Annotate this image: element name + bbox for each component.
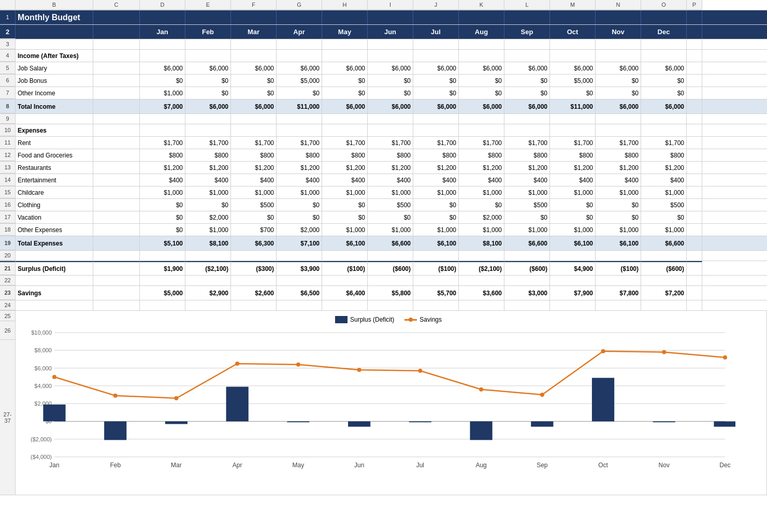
row3-f <box>231 39 277 49</box>
month-may: May <box>322 25 368 39</box>
month-jul: Jul <box>413 25 459 39</box>
row-num-12: 12 <box>0 149 16 161</box>
job-salary-oct: $6,000 <box>550 62 596 74</box>
total-income-label: Total Income <box>16 99 93 113</box>
row1-c <box>93 10 140 24</box>
svg-point-48 <box>479 387 483 392</box>
row-num-4: 4 <box>0 50 16 62</box>
row1-f <box>231 10 277 24</box>
row1-n <box>596 10 641 24</box>
row-12-food-and-groceries: 12Food and Groceries$800$800$800$800$800… <box>0 149 767 162</box>
expense-label-3: Entertainment <box>16 174 93 186</box>
row-21-surplus: 21 Surplus (Deficit) $1,900 ($2,100) ($3… <box>0 261 767 276</box>
job-salary-apr: $6,000 <box>277 62 322 74</box>
row-num-7: 7 <box>0 87 16 99</box>
row-3-empty: 3 <box>0 39 767 50</box>
row-23-savings: 23 Savings $5,000 $2,900 $2,600 $6,500 $… <box>0 286 767 300</box>
expense-label-7: Other Expenses <box>16 224 93 236</box>
total-expenses-label: Total Expenses <box>16 236 93 250</box>
svg-text:($2,000): ($2,000) <box>31 436 52 442</box>
col-header-e: E <box>185 0 231 10</box>
svg-text:Feb: Feb <box>110 462 121 469</box>
row-numbers-chart: 25 26 27-37 <box>0 311 16 495</box>
expense-rows: 11Rent$1,700$1,700$1,700$1,700$1,700$1,7… <box>0 137 767 236</box>
row-17-vacation: 17Vacation$0$2,000$0$0$0$0$0$2,000$0$0$0… <box>0 211 767 224</box>
row3-g <box>277 39 322 49</box>
svg-point-43 <box>174 396 178 400</box>
row-8-total-income: 8 Total Income $7,000 $6,000 $6,000 $11,… <box>0 99 767 114</box>
legend-surplus: Surplus (Deficit) <box>335 316 394 323</box>
row3-c <box>93 39 140 49</box>
svg-text:Jul: Jul <box>416 462 424 469</box>
row-2-months: 2 Jan Feb Mar Apr May Jun Jul Aug Sep Oc… <box>0 25 767 39</box>
legend-savings-icon <box>404 319 417 321</box>
legend-surplus-icon <box>335 316 348 323</box>
svg-point-41 <box>52 375 56 379</box>
legend-surplus-label: Surplus (Deficit) <box>350 316 394 323</box>
row3-p <box>687 39 702 49</box>
row-num-20: 20 <box>0 251 16 261</box>
row-num-21: 21 <box>0 261 16 275</box>
row1-d <box>140 10 185 24</box>
expense-label-0: Rent <box>16 137 93 149</box>
job-salary-aug: $6,000 <box>459 62 504 74</box>
svg-rect-29 <box>43 405 65 422</box>
expense-label-2: Restaurants <box>16 162 93 174</box>
svg-text:Jan: Jan <box>49 462 59 469</box>
row1-j <box>413 10 459 24</box>
row2-c <box>93 25 140 39</box>
svg-point-46 <box>357 368 361 372</box>
col-header-a <box>0 0 16 10</box>
svg-text:$8,000: $8,000 <box>34 347 52 353</box>
income-label: Income (After Taxes) <box>16 50 93 62</box>
row-6-job-bonus: 6 Job Bonus $0 $0 $0 $5,000 $0 $0 $0 $0 … <box>0 75 767 87</box>
row2-b <box>16 25 93 39</box>
row-num-5: 5 <box>0 62 16 74</box>
row-15-childcare: 15Childcare$1,000$1,000$1,000$1,000$1,00… <box>0 186 767 199</box>
svg-rect-34 <box>348 421 370 426</box>
job-salary-may: $6,000 <box>322 62 368 74</box>
col-header-o: O <box>641 0 687 10</box>
svg-text:Aug: Aug <box>475 462 486 469</box>
col-header-c: C <box>93 0 140 10</box>
row-num-13: 13 <box>0 162 16 174</box>
legend-savings: Savings <box>404 316 442 323</box>
svg-rect-33 <box>287 421 309 422</box>
row-18-other-expenses: 18Other Expenses$0$1,000$700$2,000$1,000… <box>0 224 767 236</box>
month-oct: Oct <box>550 25 596 39</box>
col-header-m: M <box>550 0 596 10</box>
row3-i <box>368 39 413 49</box>
month-feb: Feb <box>185 25 231 39</box>
job-salary-feb: $6,000 <box>185 62 231 74</box>
col-header-n: N <box>596 0 641 10</box>
row-num-8: 8 <box>0 99 16 113</box>
svg-text:($4,000): ($4,000) <box>31 454 52 460</box>
title-cell: Monthly Budget <box>16 10 93 24</box>
expenses-label: Expenses <box>16 124 93 136</box>
row3-h <box>322 39 368 49</box>
col-header-k: K <box>459 0 504 10</box>
svg-rect-38 <box>592 378 614 421</box>
svg-point-51 <box>662 350 666 354</box>
svg-point-45 <box>296 363 300 367</box>
job-salary-jan: $6,000 <box>140 62 185 74</box>
row-num-17: 17 <box>0 211 16 223</box>
svg-rect-36 <box>470 421 493 440</box>
job-salary-sep: $6,000 <box>504 62 550 74</box>
column-header-row: B C D E F G H I J K L M N O P <box>0 0 767 10</box>
svg-point-52 <box>723 355 727 360</box>
col-header-h: H <box>322 0 368 10</box>
row-7-other-income: 7 Other Income $1,000 $0 $0 $0 $0 $0 $0 … <box>0 87 767 99</box>
row-19-total-expenses: 19 Total Expenses $5,100 $8,100 $6,300 $… <box>0 236 767 251</box>
row-num-16: 16 <box>0 199 16 211</box>
surplus-label: Surplus (Deficit) <box>16 261 93 275</box>
row3-b <box>16 39 93 49</box>
svg-point-49 <box>540 393 544 397</box>
row3-m <box>550 39 596 49</box>
svg-text:Nov: Nov <box>659 462 670 469</box>
row-num-19: 19 <box>0 236 16 250</box>
row3-o <box>641 39 687 49</box>
svg-rect-31 <box>165 421 187 424</box>
job-salary-jul: $6,000 <box>413 62 459 74</box>
row-22-empty: 22 <box>0 276 767 286</box>
